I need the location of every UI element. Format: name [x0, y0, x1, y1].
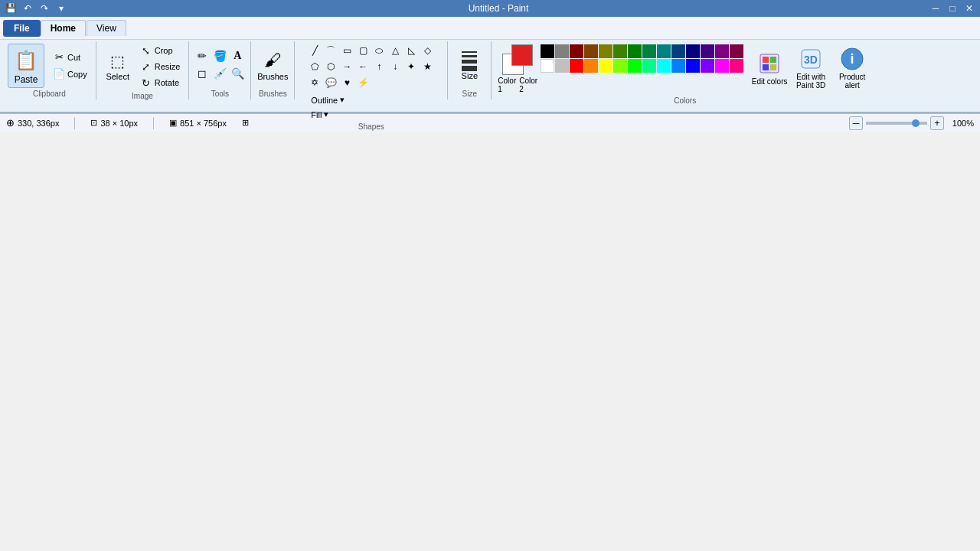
- color-swatch[interactable]: [730, 59, 743, 73]
- minimize-button[interactable]: ─: [928, 2, 943, 15]
- svg-rect-3: [763, 64, 769, 70]
- fill-dropdown[interactable]: Fill ▾: [307, 108, 348, 121]
- chevron-down-icon: ▾: [59, 3, 64, 14]
- right-triangle-shape[interactable]: ◺: [403, 43, 419, 58]
- rotate-label: Rotate: [155, 78, 179, 87]
- ellipse-shape[interactable]: ⬭: [371, 43, 387, 58]
- maximize-button[interactable]: □: [945, 2, 960, 15]
- edit-paint3d-button[interactable]: 3D Edit with Paint 3D: [791, 44, 831, 92]
- color-swatch[interactable]: [701, 59, 714, 73]
- color-swatch[interactable]: [599, 59, 612, 73]
- cut-button[interactable]: ✂ Cut: [49, 50, 91, 65]
- menu-bar: File Home View: [0, 17, 980, 40]
- eraser-tool[interactable]: ◻: [194, 65, 211, 82]
- file-menu[interactable]: File: [3, 20, 41, 37]
- rounded-rect-shape[interactable]: ▢: [355, 43, 371, 58]
- picker-tool[interactable]: 💉: [211, 65, 228, 82]
- save-button[interactable]: 💾: [3, 2, 18, 15]
- color-swatch[interactable]: [613, 59, 627, 73]
- color-swatch[interactable]: [570, 59, 583, 73]
- star4-shape[interactable]: ✦: [403, 59, 419, 74]
- color-swatch[interactable]: [671, 59, 685, 73]
- diamond-shape[interactable]: ◇: [420, 43, 435, 58]
- zoom-out-button[interactable]: ─: [849, 116, 863, 130]
- arrow-up-shape[interactable]: ↑: [371, 59, 387, 74]
- selection-dimensions: 38 × 10px: [100, 119, 138, 128]
- magnifier-tool[interactable]: 🔍: [229, 65, 246, 82]
- tools-label: Tools: [211, 88, 229, 98]
- tab-view[interactable]: View: [87, 20, 126, 36]
- color-swatch[interactable]: [701, 44, 714, 58]
- brushes-button[interactable]: 🖌 Brushes: [256, 44, 289, 88]
- callout-shape[interactable]: 💬: [323, 75, 338, 90]
- fill-tool[interactable]: 🪣: [211, 47, 228, 64]
- close-button[interactable]: ✕: [962, 2, 977, 15]
- coord-icon: ⊕: [6, 117, 15, 129]
- line-shape[interactable]: ╱: [307, 43, 322, 58]
- select-button[interactable]: ⬚ Select: [101, 44, 135, 89]
- color-swatch[interactable]: [555, 59, 569, 73]
- arrow-left-shape[interactable]: ←: [355, 59, 371, 74]
- product-alert-label: Product alert: [832, 73, 872, 90]
- color-swatch[interactable]: [715, 59, 729, 73]
- tab-home[interactable]: Home: [41, 20, 86, 37]
- color-swatch[interactable]: [686, 59, 700, 73]
- color-swatch[interactable]: [570, 44, 583, 58]
- zoom-slider[interactable]: [866, 122, 927, 125]
- rect-shape[interactable]: ▭: [339, 43, 354, 58]
- curve-shape[interactable]: ⌒: [323, 43, 338, 58]
- edit-colors-button[interactable]: Edit colors: [750, 44, 789, 92]
- edit-colors-label: Edit colors: [752, 77, 788, 86]
- window-title: Untitled - Paint: [70, 3, 926, 14]
- copy-label: Copy: [67, 70, 87, 79]
- color-swatch[interactable]: [730, 44, 743, 58]
- color-swatch[interactable]: [584, 59, 598, 73]
- star6-shape[interactable]: ✡: [307, 75, 322, 90]
- color-swatch[interactable]: [671, 44, 685, 58]
- paste-button[interactable]: 📋 Paste: [8, 44, 44, 88]
- color-swatch[interactable]: [657, 44, 671, 58]
- canvas-dimensions: 851 × 756px: [180, 119, 227, 128]
- star5-shape[interactable]: ★: [420, 59, 435, 74]
- color-1-box[interactable]: [511, 44, 533, 66]
- color-swatch[interactable]: [628, 44, 642, 58]
- color-swatch[interactable]: [541, 44, 554, 58]
- color-swatch[interactable]: [555, 44, 569, 58]
- resize-button[interactable]: ⤢ Resize: [136, 59, 185, 74]
- heart-shape[interactable]: ♥: [339, 75, 354, 90]
- color-swatch[interactable]: [715, 44, 729, 58]
- rotate-button[interactable]: ↻ Rotate: [136, 75, 185, 90]
- zoom-thumb[interactable]: [912, 119, 920, 127]
- status-divider-2: [153, 117, 154, 129]
- arrow-right-shape[interactable]: →: [339, 59, 354, 74]
- hexagon-shape[interactable]: ⬡: [323, 59, 338, 74]
- pentagon-shape[interactable]: ⬠: [307, 59, 322, 74]
- color-swatch[interactable]: [642, 44, 656, 58]
- color-swatch[interactable]: [628, 59, 642, 73]
- qab-dropdown[interactable]: ▾: [54, 2, 69, 15]
- pencil-tool[interactable]: ✏: [194, 47, 211, 64]
- color-swatch[interactable]: [584, 44, 598, 58]
- color-swatch[interactable]: [599, 44, 612, 58]
- color-swatch[interactable]: [657, 59, 671, 73]
- ribbon-group-tools: ✏ 🪣 A ◻ 💉 🔍 Tools: [189, 41, 251, 99]
- product-alert-button[interactable]: i Product alert: [832, 44, 872, 92]
- rotate-icon: ↻: [140, 77, 152, 89]
- paste-icon: 📋: [14, 47, 38, 74]
- color-swatch[interactable]: [613, 44, 627, 58]
- text-tool[interactable]: A: [229, 47, 246, 64]
- lightning-shape[interactable]: ⚡: [355, 75, 371, 90]
- outline-dropdown[interactable]: Outline ▾: [307, 93, 348, 106]
- color-swatch[interactable]: [541, 59, 554, 73]
- arrow-down-shape[interactable]: ↓: [387, 59, 403, 74]
- redo-button[interactable]: ↷: [37, 2, 52, 15]
- color-swatch[interactable]: [686, 44, 700, 58]
- zoom-in-button[interactable]: +: [930, 116, 944, 130]
- color-swatch[interactable]: [642, 59, 656, 73]
- size-button[interactable]: Size: [452, 44, 486, 88]
- undo-button[interactable]: ↶: [20, 2, 35, 15]
- triangle-shape[interactable]: △: [387, 43, 403, 58]
- copy-button[interactable]: 📄 Copy: [49, 67, 91, 82]
- color-preview: [502, 44, 533, 75]
- crop-button[interactable]: ⤡ Crop: [136, 43, 185, 58]
